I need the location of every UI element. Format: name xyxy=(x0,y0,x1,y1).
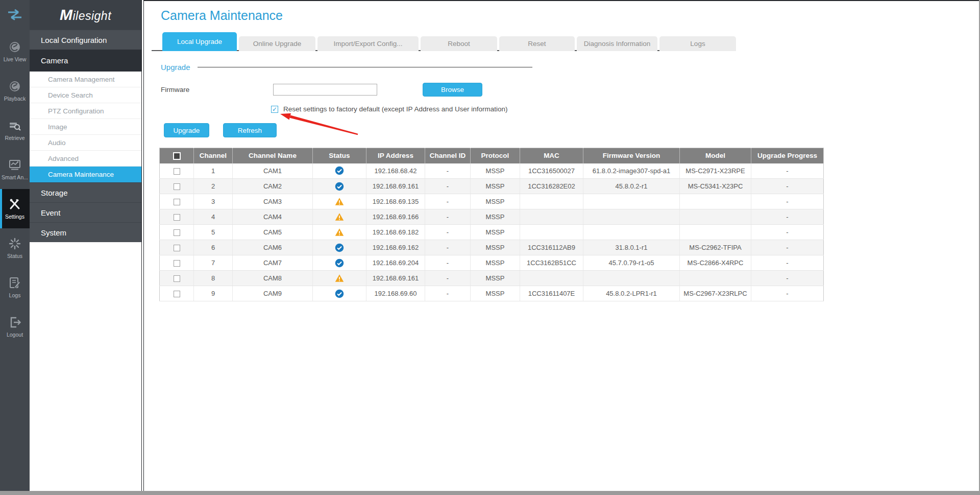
smart-analysis-icon xyxy=(8,158,21,172)
upgrade-button[interactable]: Upgrade xyxy=(164,123,209,137)
status-online-icon xyxy=(335,258,344,268)
table-row: 1CAM1192.168.68.42-MSSP1CC31650002761.8.… xyxy=(160,163,824,179)
sidebar-item-advanced[interactable]: Advanced xyxy=(30,151,141,167)
channel-cell: 1 xyxy=(194,163,233,179)
sidebar-border-line xyxy=(141,0,142,491)
sidebar-item-system[interactable]: System xyxy=(30,222,141,242)
channel-cell: 5 xyxy=(194,225,233,240)
rail-item-playback[interactable]: Playback xyxy=(0,71,30,110)
ip-address-cell: 192.168.69.182 xyxy=(366,225,425,240)
sidebar-item-image[interactable]: Image xyxy=(30,119,141,135)
tab-reset[interactable]: Reset xyxy=(499,36,575,51)
firmware-version-cell: 61.8.0.2-image307-spd-a1 xyxy=(583,163,680,179)
row-checkbox[interactable] xyxy=(174,199,180,205)
column-header-channel-name: Channel Name xyxy=(233,148,313,163)
firmware-version-cell xyxy=(583,209,680,225)
ip-address-cell: 192.168.69.60 xyxy=(366,286,425,301)
column-header-channel: Channel xyxy=(194,148,233,163)
tab-local-upgrade[interactable]: Local Upgrade xyxy=(162,32,237,51)
model-cell: MS-C2967-X23RLPC xyxy=(680,286,751,301)
firmware-input[interactable] xyxy=(273,84,377,96)
table-header-row: ChannelChannel NameStatusIP AddressChann… xyxy=(160,148,824,163)
tab-logs[interactable]: Logs xyxy=(659,36,736,51)
status-icon xyxy=(8,237,21,250)
mac-cell: 1CC3162B51CC xyxy=(520,255,583,271)
logo-text: Milesight xyxy=(60,6,111,23)
tab-reboot[interactable]: Reboot xyxy=(421,36,497,51)
tab-diagnosis-information[interactable]: Diagnosis Information xyxy=(577,36,657,51)
upgrade-section-header: Upgrade xyxy=(161,61,532,73)
sidebar-item-event[interactable]: Event xyxy=(30,202,141,222)
sidebar-toggle[interactable] xyxy=(0,0,30,32)
protocol-cell: MSSP xyxy=(471,240,520,255)
sidebar-item-camera[interactable]: Camera xyxy=(30,50,141,72)
sidebar: Milesight Local ConfigurationCameraCamer… xyxy=(30,0,141,491)
protocol-cell: MSSP xyxy=(471,225,520,240)
rail-item-label: Smart An... xyxy=(2,174,28,180)
column-header-ip-address: IP Address xyxy=(366,148,425,163)
row-checkbox[interactable] xyxy=(174,291,180,297)
model-cell xyxy=(680,271,751,286)
rail-item-retrieve[interactable]: Retrieve xyxy=(0,110,30,150)
select-all-checkbox[interactable] xyxy=(173,152,181,160)
channel-cell: 9 xyxy=(194,286,233,301)
sidebar-item-device-search[interactable]: Device Search xyxy=(30,87,141,103)
channel-id-cell: - xyxy=(425,194,471,209)
channel-name-cell: CAM3 xyxy=(233,194,313,209)
rail-item-smart-an[interactable]: Smart An... xyxy=(0,150,30,189)
rail-item-label: Retrieve xyxy=(5,135,24,141)
row-checkbox[interactable] xyxy=(174,214,180,221)
channel-name-cell: CAM4 xyxy=(233,209,313,225)
app-window: Live ViewPlaybackRetrieveSmart An...Sett… xyxy=(0,0,979,491)
row-checkbox[interactable] xyxy=(174,245,180,251)
logout-icon xyxy=(8,316,21,329)
row-checkbox[interactable] xyxy=(174,229,180,236)
tab-online-upgrade[interactable]: Online Upgrade xyxy=(239,36,315,51)
firmware-version-cell xyxy=(583,225,680,240)
firmware-version-cell: 31.8.0.1-r1 xyxy=(583,240,680,255)
rail-item-status[interactable]: Status xyxy=(0,228,30,268)
firmware-version-cell: 45.8.0.2-LPR1-r1 xyxy=(583,286,680,301)
row-checkbox[interactable] xyxy=(174,168,180,175)
settings-icon xyxy=(8,198,21,211)
status-warning-icon xyxy=(335,274,344,283)
mac-cell: 1CC316112AB9 xyxy=(520,240,583,255)
upgrade-progress-cell: - xyxy=(751,225,824,240)
column-header-status: Status xyxy=(313,148,366,163)
refresh-button[interactable]: Refresh xyxy=(223,123,277,137)
sidebar-item-local-configuration[interactable]: Local Configuration xyxy=(30,30,141,50)
row-checkbox[interactable] xyxy=(174,260,180,267)
rail-item-label: Logs xyxy=(9,292,21,298)
upgrade-progress-cell: - xyxy=(751,179,824,194)
rail-item-logs[interactable]: Logs xyxy=(0,268,30,307)
section-divider-line xyxy=(198,67,532,67)
row-checkbox[interactable] xyxy=(174,183,180,190)
ip-address-cell: 192.168.69.162 xyxy=(366,240,425,255)
browse-button[interactable]: Browse xyxy=(423,83,482,97)
camera-table: ChannelChannel NameStatusIP AddressChann… xyxy=(159,148,824,301)
sidebar-item-storage[interactable]: Storage xyxy=(30,182,141,202)
reset-default-row: ✓ Reset settings to factory default (exc… xyxy=(271,105,507,113)
firmware-version-cell: 45.7.0.79-r1-o5 xyxy=(583,255,680,271)
row-checkbox[interactable] xyxy=(174,275,180,282)
rail-item-logout[interactable]: Logout xyxy=(0,307,30,346)
model-cell: MS-C2866-X4RPC xyxy=(680,255,751,271)
status-online-icon xyxy=(335,243,344,252)
firmware-version-cell: 45.8.0.2-r1 xyxy=(583,179,680,194)
sidebar-item-camera-maintenance[interactable]: Camera Maintenance xyxy=(30,167,141,182)
channel-name-cell: CAM8 xyxy=(233,271,313,286)
sidebar-item-audio[interactable]: Audio xyxy=(30,135,141,151)
sidebar-item-camera-management[interactable]: Camera Management xyxy=(30,72,141,87)
rail-item-live-view[interactable]: Live View xyxy=(0,32,30,71)
table-row: 4CAM4192.168.69.166-MSSP- xyxy=(160,209,824,225)
retrieve-icon xyxy=(8,119,21,132)
upgrade-progress-cell: - xyxy=(751,271,824,286)
playback-icon xyxy=(8,80,21,93)
channel-id-cell: - xyxy=(425,225,471,240)
status-online-icon xyxy=(335,289,344,298)
tab-import-export-config[interactable]: Import/Export Config... xyxy=(317,36,419,51)
rail-item-settings[interactable]: Settings xyxy=(0,189,30,228)
reset-default-checkbox[interactable]: ✓ xyxy=(271,106,278,113)
sidebar-item-ptz-configuration[interactable]: PTZ Configuration xyxy=(30,103,141,119)
table-row: 9CAM9192.168.69.60-MSSP1CC31611407E45.8.… xyxy=(160,286,824,301)
